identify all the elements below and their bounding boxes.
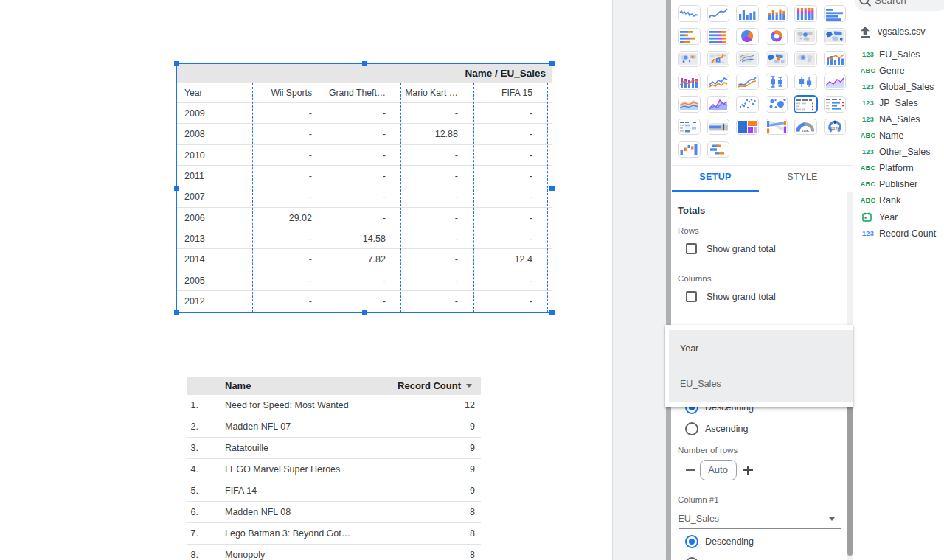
sort-ascending-radio[interactable]: [685, 422, 698, 435]
area-multi-icon: [709, 97, 728, 111]
row-name: LEGO Marvel Super Heroes: [225, 459, 340, 480]
rows-grand-total-checkbox[interactable]: [686, 243, 697, 254]
table-chart[interactable]: Name Record Count 1. Need for Speed: Mos…: [187, 377, 481, 560]
chart-type-column[interactable]: [736, 5, 759, 22]
calendar-icon: [862, 212, 872, 222]
chart-type-stacked-column[interactable]: [766, 5, 788, 22]
chart-type-waterfall[interactable]: [678, 141, 701, 158]
column-divider[interactable]: [327, 83, 327, 313]
bubble-icon: [767, 97, 786, 111]
chart-type-donut[interactable]: [766, 28, 788, 45]
selection-handle[interactable]: [362, 310, 367, 315]
selection-handle[interactable]: [362, 61, 367, 66]
table-col-header-name[interactable]: Name: [225, 377, 251, 395]
chart-type-gantt[interactable]: [707, 141, 730, 158]
table-col-header-record-count[interactable]: Record Count: [305, 377, 461, 395]
chart-type-sankey[interactable]: [766, 119, 788, 136]
selection-handle[interactable]: [174, 186, 179, 191]
chart-type-smoothed-time-series[interactable]: [707, 5, 730, 22]
pivot-cell: -: [327, 103, 386, 124]
column-divider[interactable]: [252, 83, 253, 313]
chart-type-stacked-bar[interactable]: [678, 28, 701, 45]
chart-type-stacked-area[interactable]: [678, 96, 701, 113]
columns-grand-total-label[interactable]: Show grand total: [707, 291, 776, 303]
column-divider[interactable]: [473, 83, 474, 313]
column-divider[interactable]: [400, 83, 401, 313]
rows-count-input[interactable]: Auto: [700, 460, 737, 480]
chart-type-pivot-table[interactable]: [794, 95, 818, 113]
svg-text:111K: 111K: [802, 129, 810, 133]
chart-type-filled-map[interactable]: [824, 28, 847, 45]
sort-ascending-label[interactable]: Ascending: [705, 423, 748, 435]
row-name: Madden NFL 07: [225, 416, 291, 438]
rows-grand-total-label[interactable]: Show grand total: [707, 243, 776, 255]
selection-handle[interactable]: [549, 310, 555, 315]
column1-field-select[interactable]: EU_Sales: [678, 513, 720, 525]
columns-grand-total-checkbox[interactable]: [686, 291, 697, 302]
table-header-row: Name Record Count: [187, 377, 481, 395]
column1-descending-label[interactable]: Descending: [705, 536, 754, 548]
chart-type-box-plot[interactable]: [766, 74, 788, 91]
tab-style[interactable]: STYLE: [759, 170, 846, 183]
chart-type-treemap[interactable]: [736, 119, 759, 136]
table-bars-icon: [825, 97, 844, 111]
totals-heading: Totals: [678, 205, 705, 216]
pivot-table-chart[interactable]: Name / EU_Sales Year Wii Sports Grand Th…: [177, 64, 552, 312]
table-row: 8. Monopoly 8: [187, 545, 481, 560]
bubble-map-icon: [679, 52, 698, 66]
chart-type-area-multi[interactable]: [707, 96, 730, 113]
chart-type-line[interactable]: [707, 74, 730, 91]
chart-type-area[interactable]: [824, 74, 847, 91]
selection-handle[interactable]: [174, 310, 179, 315]
chart-type-stacked-combo[interactable]: [678, 74, 701, 91]
chart-type-table-bars[interactable]: [824, 96, 847, 113]
chart-type-candlestick[interactable]: [794, 74, 817, 91]
pivot-row-label: 2014: [184, 249, 205, 270]
rows-decrement-button[interactable]: [686, 469, 695, 471]
chart-type-choropleth-map[interactable]: [766, 51, 788, 68]
chart-type-circular-gauge[interactable]: 222.7K: [824, 119, 847, 136]
pivot-cell: -: [473, 124, 532, 144]
canvas-vertical-scrollbar[interactable]: [666, 0, 671, 560]
chart-type-100-stacked-column[interactable]: [794, 5, 817, 22]
chart-type-bar[interactable]: [824, 5, 847, 22]
column-divider[interactable]: [547, 83, 548, 313]
table-row: 7. Lego Batman 3: Beyond Got… 8: [187, 523, 481, 545]
selection-handle[interactable]: [549, 61, 555, 66]
pivot-row-label: 2013: [184, 228, 205, 249]
selection-handle[interactable]: [174, 61, 179, 66]
pivot-cell: -: [399, 228, 458, 249]
pivot-cell: 7.82: [327, 249, 386, 270]
chart-type-bubble-map[interactable]: [678, 51, 701, 68]
chart-type-bubble[interactable]: [766, 96, 788, 113]
field-label: Record Count: [879, 228, 936, 239]
chart-type-pie[interactable]: [736, 28, 759, 45]
chart-type-100-stacked-bar[interactable]: [707, 28, 730, 45]
tab-setup[interactable]: SETUP: [672, 170, 759, 183]
data-source-name[interactable]: vgsales.csv: [878, 27, 926, 38]
picker-divider: [672, 165, 853, 166]
field-label: Global_Sales: [879, 81, 934, 93]
chart-type-heat-map[interactable]: [794, 51, 817, 68]
chart-type-geo-chart[interactable]: [794, 28, 817, 45]
pivot-cell: -: [252, 291, 312, 312]
chart-type-smoothed-line[interactable]: [736, 74, 759, 91]
chart-type-line-map[interactable]: [707, 51, 730, 68]
chart-type-combo[interactable]: [824, 51, 847, 68]
selection-handle[interactable]: [549, 186, 555, 191]
pivot-cell: -: [473, 270, 532, 291]
field-label: Publisher: [879, 178, 917, 190]
number-field-icon: 123: [860, 147, 876, 157]
rows-increment-button[interactable]: [747, 466, 749, 475]
column1-ascending-radio[interactable]: [685, 557, 698, 560]
chart-type-time-series[interactable]: [678, 5, 701, 22]
overlay-item-year[interactable]: Year: [680, 343, 698, 354]
chart-type-scatter[interactable]: [736, 96, 759, 113]
chart-type-table-heatmap[interactable]: [678, 119, 701, 136]
column1-descending-radio[interactable]: [685, 535, 698, 548]
pivot-cell: -: [252, 124, 312, 144]
chart-type-bullet[interactable]: [707, 119, 730, 136]
chart-type-gauge[interactable]: 111K: [794, 119, 817, 136]
overlay-item-eu-sales[interactable]: EU_Sales: [680, 378, 721, 390]
chart-type-flow-map[interactable]: [736, 51, 759, 68]
